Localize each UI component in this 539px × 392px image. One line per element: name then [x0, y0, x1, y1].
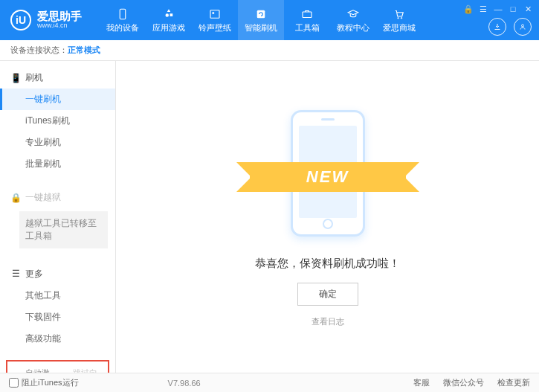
status-mode: 正常模式: [68, 45, 100, 56]
nav-apps-games[interactable]: 应用游戏: [146, 0, 192, 40]
lock-icon[interactable]: 🔒: [462, 3, 475, 15]
new-ribbon: NEW: [250, 162, 406, 192]
close-icon[interactable]: ✕: [521, 3, 535, 15]
top-nav: 我的设备 应用游戏 铃声壁纸 智能刷机 工具箱 教程中心 爱思商城: [100, 0, 422, 40]
image-icon: [208, 7, 222, 21]
sidebar-head-label: 刷机: [25, 71, 43, 84]
svg-point-5: [398, 17, 399, 19]
nav-toolbox[interactable]: 工具箱: [284, 0, 330, 40]
sidebar-item-download-firmware[interactable]: 下载固件: [0, 306, 115, 328]
app-icon: [162, 7, 175, 21]
logo-block: iU 爱思助手 www.i4.cn: [0, 10, 92, 30]
refresh-icon: [254, 7, 268, 21]
nav-label: 工具箱: [295, 22, 320, 33]
sidebar-item-pro-flash[interactable]: 专业刷机: [0, 132, 115, 153]
nav-label: 智能刷机: [245, 22, 277, 33]
footer-link-service[interactable]: 客服: [413, 377, 430, 388]
ok-button[interactable]: 确定: [297, 283, 358, 306]
checkbox-label: 自动激活: [25, 367, 54, 373]
download-button[interactable]: [488, 18, 506, 36]
app-header: iU 爱思助手 www.i4.cn 我的设备 应用游戏 铃声壁纸 智能刷机 工具…: [0, 0, 539, 40]
success-message: 恭喜您，保资料刷机成功啦！: [255, 257, 400, 271]
logo-icon: iU: [10, 10, 31, 30]
footer-link-wechat[interactable]: 微信公众号: [443, 377, 484, 388]
sidebar-item-other-tools[interactable]: 其他工具: [0, 285, 115, 306]
phone-icon: [116, 7, 129, 21]
nav-label: 应用游戏: [152, 22, 185, 33]
svg-rect-3: [257, 10, 265, 18]
success-illustration: NEW: [265, 106, 391, 240]
menu-icon[interactable]: ☰: [477, 3, 490, 15]
sidebar-jailbreak-note: 越狱工具已转移至工具箱: [19, 211, 108, 248]
minimize-icon[interactable]: —: [491, 3, 505, 15]
version-label: V7.98.66: [168, 379, 201, 388]
svg-rect-0: [120, 9, 126, 19]
app-url: www.i4.cn: [37, 22, 82, 30]
footer-link-update[interactable]: 检查更新: [497, 377, 530, 388]
nav-label: 教程中心: [337, 22, 369, 33]
checkbox-block-itunes[interactable]: 阻止iTunes运行: [9, 377, 79, 388]
sidebar-item-advanced[interactable]: 高级功能: [0, 328, 115, 350]
toolbox-icon: [300, 7, 314, 21]
sidebar-head-label: 更多: [25, 268, 43, 280]
nav-ringtone-wallpaper[interactable]: 铃声壁纸: [192, 0, 238, 40]
nav-smart-flash[interactable]: 智能刷机: [238, 0, 284, 40]
graduation-icon: [346, 7, 360, 21]
status-bar: 设备连接状态： 正常模式: [0, 40, 539, 61]
checkbox-skip-guide[interactable]: 跳过向导: [62, 367, 101, 373]
more-icon: ☰: [10, 269, 21, 279]
nav-my-device[interactable]: 我的设备: [100, 0, 146, 40]
sidebar-head-jailbreak: 🔒 一键越狱: [0, 187, 115, 208]
status-label: 设备连接状态：: [10, 45, 68, 56]
sidebar-head-label: 一键越狱: [25, 191, 61, 204]
nav-label: 铃声壁纸: [199, 22, 231, 33]
nav-tutorials[interactable]: 教程中心: [330, 0, 376, 40]
lock-icon: 🔒: [10, 193, 21, 203]
nav-label: 爱思商城: [383, 22, 416, 33]
checkbox-auto-activate[interactable]: 自动激活: [15, 367, 54, 373]
app-title: 爱思助手: [37, 10, 82, 23]
sidebar-head-flash[interactable]: 📱 刷机: [0, 67, 115, 89]
svg-rect-1: [210, 10, 219, 18]
checkbox-highlight-box: 自动激活 跳过向导: [6, 360, 109, 373]
svg-rect-4: [303, 12, 312, 18]
svg-point-7: [522, 25, 524, 27]
nav-store[interactable]: 爱思商城: [376, 0, 422, 40]
checkbox-label: 跳过向导: [73, 367, 101, 373]
phone-outline-icon: 📱: [10, 73, 21, 83]
footer-bar: 阻止iTunes运行 V7.98.66 客服 微信公众号 检查更新: [0, 373, 539, 392]
main-content: NEW 恭喜您，保资料刷机成功啦！ 确定 查看日志: [116, 61, 539, 373]
sidebar: 📱 刷机 一键刷机 iTunes刷机 专业刷机 批量刷机 🔒 一键越狱 越狱工具…: [0, 61, 116, 373]
sidebar-head-more[interactable]: ☰ 更多: [0, 263, 115, 285]
user-button[interactable]: [514, 18, 532, 36]
sidebar-item-batch-flash[interactable]: 批量刷机: [0, 153, 115, 175]
nav-label: 我的设备: [106, 22, 139, 33]
checkbox-label: 阻止iTunes运行: [22, 377, 79, 388]
window-controls: 🔒 ☰ — □ ✕: [457, 0, 539, 18]
svg-point-2: [213, 12, 214, 13]
cart-icon: [393, 7, 406, 21]
maximize-icon[interactable]: □: [506, 3, 520, 15]
sidebar-item-itunes-flash[interactable]: iTunes刷机: [0, 110, 115, 132]
header-right: [488, 18, 532, 36]
svg-point-6: [401, 17, 402, 19]
sidebar-item-oneclick-flash[interactable]: 一键刷机: [0, 89, 115, 110]
view-log-link[interactable]: 查看日志: [312, 316, 344, 327]
